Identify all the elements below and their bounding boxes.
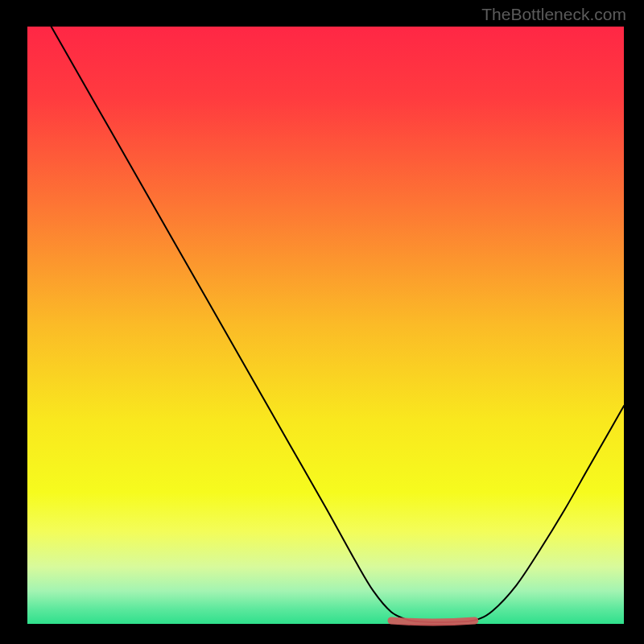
watermark-text: TheBottleneck.com bbox=[481, 5, 626, 24]
curve-overlay bbox=[0, 0, 644, 644]
optimal-range-marker bbox=[391, 621, 475, 622]
bottleneck-curve bbox=[52, 27, 624, 622]
chart-frame: TheBottleneck.com bbox=[0, 0, 644, 644]
